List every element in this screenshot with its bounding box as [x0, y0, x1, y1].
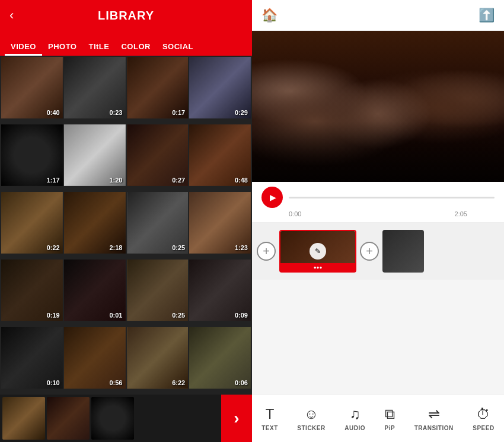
left-header: ‹ LIBRARY	[0, 0, 252, 31]
timeline-track[interactable]	[289, 197, 495, 198]
tab-photo[interactable]: PHOTO	[42, 37, 83, 56]
video-thumb[interactable]: 0:22	[1, 192, 63, 254]
right-panel: 🏠 ⬆️ 0:00 2:05 + ✎ ●●● +	[252, 0, 504, 442]
active-clip[interactable]: ✎ ●●●	[279, 230, 356, 273]
video-thumb[interactable]: 0:10	[1, 327, 63, 389]
left-panel: ‹ LIBRARY VIDEO PHOTO TItLE COLOR SOCIAL…	[0, 0, 252, 442]
strip-thumb-1[interactable]	[2, 397, 45, 440]
video-thumb[interactable]: 0:25	[127, 192, 189, 254]
tab-color[interactable]: COLOR	[115, 37, 156, 56]
right-header: 🏠 ⬆️	[252, 0, 504, 31]
tool-pip[interactable]: ⧉ PiP	[381, 401, 399, 436]
speed-label: SPEED	[473, 425, 494, 431]
clip-bar-dots: ●●●	[314, 265, 323, 270]
video-thumb[interactable]: 0:56	[64, 327, 126, 389]
time-start: 0:00	[289, 210, 301, 217]
pip-label: PiP	[385, 425, 395, 431]
add-clip-button-left[interactable]: +	[257, 242, 276, 261]
video-thumb[interactable]: 0:19	[1, 260, 63, 321]
video-thumb[interactable]: 1:20	[64, 124, 126, 186]
tab-title[interactable]: TItLE	[82, 37, 115, 56]
text-icon: T	[266, 406, 275, 422]
strip-thumb-2[interactable]	[47, 397, 90, 440]
time-end: 2:05	[455, 210, 467, 217]
speed-icon: ⏱	[476, 406, 490, 422]
tab-social[interactable]: SOCIAL	[157, 37, 199, 56]
video-grid: 0:40 0:23 0:17 0:29 1:17 1:20 0:27	[0, 56, 252, 395]
video-thumb[interactable]: 1:23	[189, 192, 251, 254]
tool-audio[interactable]: ♫ AUDIO	[341, 401, 369, 436]
play-button[interactable]	[261, 187, 283, 208]
clip-edit-button[interactable]: ✎	[310, 243, 326, 260]
bottom-toolbar: T TEXT ☺ STICKER ♫ AUDIO ⧉ PiP ⇌ TRANSIT…	[252, 395, 504, 442]
bottom-strip: ›	[0, 395, 252, 442]
next-button[interactable]: ›	[221, 395, 252, 442]
preview-image	[252, 31, 504, 182]
sticker-icon: ☺	[304, 406, 319, 422]
audio-label: AUDIO	[344, 425, 365, 431]
tool-speed[interactable]: ⏱ SPEED	[469, 401, 497, 436]
video-thumb[interactable]: 0:27	[127, 124, 189, 186]
library-title: LIBRARY	[98, 9, 154, 23]
playback-row	[261, 187, 495, 208]
next-clip[interactable]	[382, 230, 424, 273]
sticker-label: STICKER	[297, 425, 325, 431]
transition-label: TRANSITION	[414, 425, 454, 431]
band-silhouette	[252, 31, 504, 182]
video-thumb[interactable]: 0:48	[189, 124, 251, 186]
video-thumb[interactable]: 0:09	[189, 260, 251, 321]
back-button[interactable]: ‹	[9, 8, 14, 23]
time-labels: 0:00 2:05	[261, 210, 495, 217]
video-thumb[interactable]: 0:01	[64, 260, 126, 321]
video-thumb[interactable]: 0:17	[127, 57, 189, 118]
timeline-section: 0:00 2:05	[252, 182, 504, 223]
tool-transition[interactable]: ⇌ TRANSITION	[411, 401, 457, 436]
tool-sticker[interactable]: ☺ STICKER	[294, 401, 328, 436]
strip-thumb-3[interactable]	[91, 397, 134, 440]
video-thumb[interactable]: 1:17	[1, 124, 63, 186]
video-thumb[interactable]: 0:29	[189, 57, 251, 118]
export-icon[interactable]: ⬆️	[479, 8, 495, 23]
pip-icon: ⧉	[385, 406, 395, 422]
tab-bar: VIDEO PHOTO TItLE COLOR SOCIAL	[0, 31, 252, 56]
add-clip-button-right[interactable]: +	[360, 242, 379, 261]
home-icon[interactable]: 🏠	[261, 8, 277, 23]
clips-row: + ✎ ●●● +	[252, 223, 504, 280]
tab-video[interactable]: VIDEO	[5, 37, 42, 56]
video-thumb[interactable]: 0:40	[1, 57, 63, 118]
video-thumb[interactable]: 6:22	[127, 327, 189, 389]
preview-area	[252, 31, 504, 182]
video-thumb[interactable]: 0:25	[127, 260, 189, 321]
audio-icon: ♫	[350, 406, 361, 422]
video-thumb[interactable]: 2:18	[64, 192, 126, 254]
video-thumb[interactable]: 0:23	[64, 57, 126, 118]
next-clip-thumbnail	[382, 230, 424, 273]
text-label: TEXT	[261, 425, 278, 431]
video-thumb[interactable]: 0:06	[189, 327, 251, 389]
tool-text[interactable]: T TEXT	[258, 401, 282, 436]
transition-icon: ⇌	[428, 406, 440, 422]
clip-red-bar: ●●●	[280, 263, 355, 271]
